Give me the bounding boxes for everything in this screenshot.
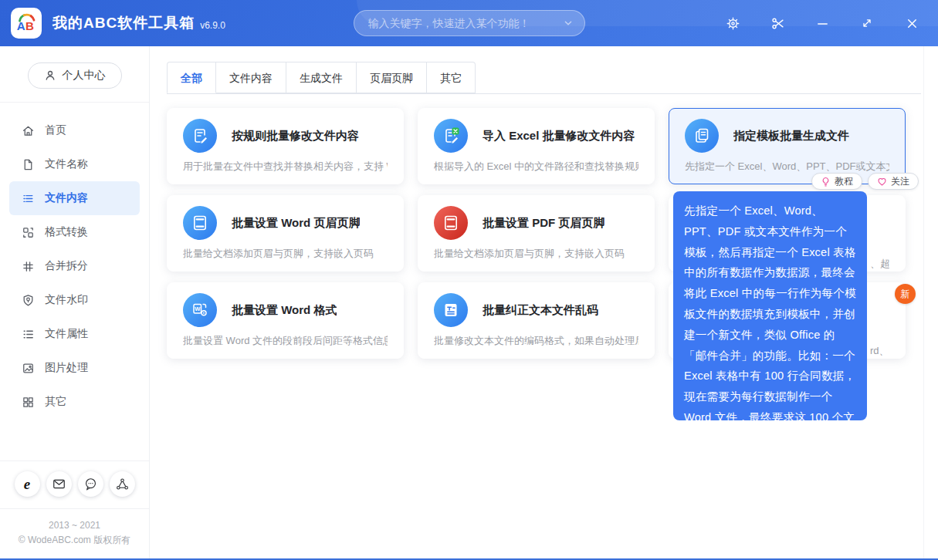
follow-button[interactable]: 关注 [868,173,919,190]
sidebar-item-label: 首页 [45,123,66,137]
card-batch-modify-content[interactable]: 按规则批量修改文件内容 用于批量在文件中查找并替换相关内容，支持 Word [167,108,404,184]
card-template-generate[interactable]: 指定模板批量生成文件 先指定一个 Excel、Word、PPT、PDF或文本文件… [669,108,906,184]
sidebar-item-label: 其它 [45,395,66,409]
tutorial-label: 教程 [835,175,853,188]
grid-icon [22,396,35,409]
card-excel-import-modify[interactable]: 导入 Excel 批量修改文件内容 根据导入的 Excel 中的文件路径和查找替… [418,108,655,184]
svg-text:A: A [17,19,25,32]
sidebar-menu: 首页 文件名称 文件内容 格式转换 合并拆分 文件水印 [0,113,149,419]
card-word-format[interactable]: W 批量设置 Word 格式 批量设置 Word 文件的段前段后间距等格式信息 [167,282,404,359]
card-title: 批量设置 Word 格式 [232,303,337,318]
tutorial-button[interactable]: 教程 [811,173,862,190]
sidebar-item-image-processing[interactable]: 图片处理 [9,351,140,385]
text-encoding-icon [434,293,468,327]
app-logo: A B [11,8,42,39]
card-pdf-header-footer[interactable]: 批量设置 PDF 页眉页脚 批量给文档添加页眉与页脚，支持嵌入页码 [418,195,655,272]
tab-generate-file[interactable]: 生成文件 [286,62,357,93]
screenshot-scissors-icon[interactable] [770,15,785,31]
sidebar-item-file-content[interactable]: 文件内容 [9,181,140,215]
sidebar-divider [0,102,149,103]
template-copy-icon [685,119,719,153]
profile-center-label: 个人中心 [63,69,106,83]
card-title: 批量设置 Word 页眉页脚 [232,216,360,231]
copyright: 2013 ~ 2021 © WodeABC.com 版权所有 [0,509,149,560]
close-icon[interactable] [904,15,919,31]
card-description: 批量给文档添加页眉与页脚，支持嵌入页码 [183,247,388,261]
sidebar-item-label: 文件内容 [45,191,88,205]
sidebar-item-label: 文件水印 [45,293,88,307]
lightbulb-icon [821,177,831,187]
image-icon [22,362,35,375]
copyright-years: 2013 ~ 2021 [0,518,149,533]
svg-text:B: B [25,19,34,32]
app-version: v6.9.0 [200,20,225,31]
sidebar-item-other[interactable]: 其它 [9,385,140,419]
card-description: 根据导入的 Excel 中的文件路径和查找替换规则来批 [434,160,638,174]
app-window: A B 我的ABC软件工具箱 v6.9.0 [0,0,938,560]
settings-gear-icon[interactable] [725,15,740,31]
headerfooter-icon [434,206,468,240]
social-links: e [0,461,149,508]
minimize-icon[interactable] [814,15,830,31]
tab-file-content[interactable]: 文件内容 [216,62,286,93]
profile-center-button[interactable]: 个人中心 [28,62,122,89]
sidebar-item-watermark[interactable]: 文件水印 [9,283,140,317]
tab-other[interactable]: 其它 [427,62,476,93]
sidebar-item-label: 文件名称 [45,157,88,171]
sidebar-item-label: 文件属性 [45,327,88,341]
scroll-gutter [923,46,924,560]
sidebar-footer: e 2013 ~ 2021 © WodeABC.com 版权所有 [0,460,149,560]
sidebar-item-label: 格式转换 [45,225,88,239]
sidebar-item-home[interactable]: 首页 [9,113,140,147]
sidebar-item-label: 合并拆分 [45,259,88,273]
word-format-icon: W [183,293,217,327]
copyright-text: © WodeABC.com 版权所有 [0,533,149,548]
chat-icon[interactable] [78,471,103,497]
sidebar-item-properties[interactable]: 文件属性 [9,317,140,351]
tooltip-text: 先指定一个 Excel、Word、PPT、PDF 或文本文件作为一个模板，然后再… [684,204,856,420]
sidebar-item-merge-split[interactable]: 合并拆分 [9,249,140,283]
card-description: 先指定一个 Excel、Word、PPT、PDF或文本文件作 [685,160,889,174]
sidebar-item-label: 图片处理 [45,361,88,375]
email-icon[interactable] [46,471,72,497]
sidebar-item-file-name[interactable]: 文件名称 [9,147,140,181]
person-icon [44,69,56,82]
card-title: 指定模板批量生成文件 [733,129,849,143]
chevron-down-icon[interactable] [561,16,575,30]
feature-tooltip: 先指定一个 Excel、Word、PPT、PDF 或文本文件作为一个模板，然后再… [673,191,867,420]
app-title: 我的ABC软件工具箱 [52,13,195,33]
card-title: 按规则批量修改文件内容 [232,129,359,143]
home-icon [22,124,35,137]
website-browser-icon[interactable]: e [15,471,40,497]
card-description: 批量修改文本文件的编码格式，如果自动处理后，打 [434,334,638,348]
tab-header-footer[interactable]: 页眉页脚 [357,62,427,93]
card-word-header-footer[interactable]: 批量设置 Word 页眉页脚 批量给文档添加页眉与页脚，支持嵌入页码 [167,195,404,272]
maximize-icon[interactable] [859,15,875,31]
card-description: 用于批量在文件中查找并替换相关内容，支持 Word [183,160,388,174]
new-badge: 新 [895,284,916,304]
tab-all[interactable]: 全部 [167,62,216,93]
hash-icon [22,260,35,273]
heart-icon [877,177,887,187]
share-network-icon[interactable] [110,471,135,497]
card-fix-text-encoding[interactable]: 批量纠正文本文件乱码 批量修改文本文件的编码格式，如果自动处理后，打 [418,282,655,359]
card-title: 批量设置 PDF 页眉页脚 [483,216,604,231]
list-lines-icon [22,192,35,205]
sidebar: 个人中心 首页 文件名称 文件内容 格式转换 合并拆分 [0,46,150,560]
follow-label: 关注 [891,175,909,188]
card-description: 批量给文档添加页眉与页脚，支持嵌入页码 [434,247,638,261]
shield-badge-icon [22,294,35,307]
card-title: 导入 Excel 批量修改文件内容 [483,129,635,143]
doc-edit-icon [183,119,217,153]
bullet-list-icon [22,328,35,341]
sidebar-item-format-convert[interactable]: 格式转换 [9,215,140,249]
title-bar: A B 我的ABC软件工具箱 v6.9.0 [0,0,938,46]
file-icon [22,158,35,171]
card-description: 批量设置 Word 文件的段前段后间距等格式信息 [183,334,388,348]
search-input[interactable] [368,17,561,29]
svg-text:W: W [195,305,201,312]
headerfooter-icon [183,206,217,240]
quick-search[interactable] [354,10,585,36]
card-title: 批量纠正文本文件乱码 [483,303,598,318]
convert-icon [22,226,35,239]
